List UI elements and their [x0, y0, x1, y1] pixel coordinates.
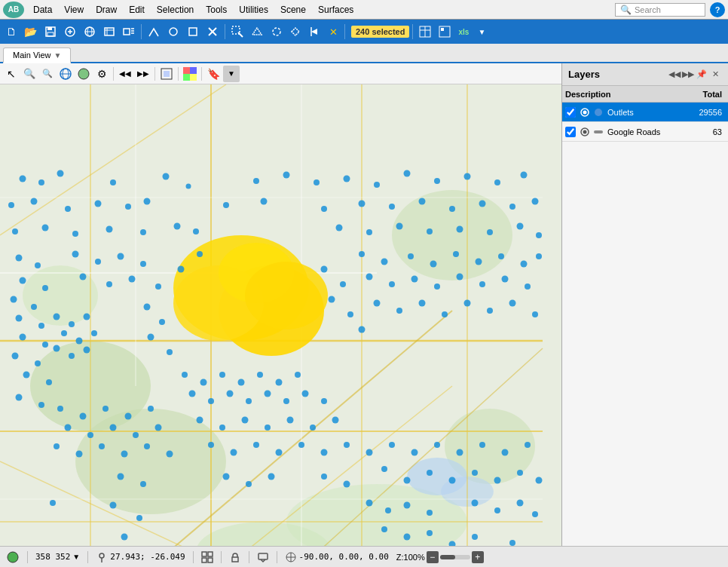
tab-close-icon[interactable]: ▼ [54, 51, 62, 60]
select-tool-3[interactable] [268, 22, 286, 41]
next-extent-btn[interactable]: ▶▶ [135, 66, 151, 82]
svg-point-120 [35, 262, 41, 268]
svg-point-215 [265, 391, 271, 397]
svg-point-195 [110, 424, 117, 431]
layers-panel: Layers ◀◀ ▶▶ 📌 ✕ Description Total Outle… [562, 63, 728, 546]
menu-edit[interactable]: Edit [123, 3, 151, 17]
layer-row-google-roads[interactable]: Google Roads 63 [562, 122, 728, 142]
svg-point-233 [366, 449, 373, 456]
arcgis-online-button[interactable] [81, 22, 99, 41]
layer-checkbox-outlets[interactable] [565, 107, 576, 118]
svg-point-235 [411, 449, 418, 456]
zoom-out-btn[interactable]: 🔍 [39, 66, 56, 82]
svg-point-95 [261, 198, 268, 205]
selection-badge: 240 selected [351, 26, 409, 38]
svg-point-113 [396, 223, 403, 230]
svg-point-242 [140, 481, 146, 487]
color-picker-btn[interactable] [182, 66, 198, 82]
catalog-button[interactable] [100, 22, 118, 41]
svg-point-117 [517, 223, 524, 230]
menu-selection[interactable]: Selection [151, 3, 200, 17]
svg-point-166 [434, 284, 440, 290]
map-canvas[interactable]: X Y Z 5km © Google [0, 84, 561, 546]
select-tool-2[interactable] [248, 22, 266, 41]
svg-point-22 [273, 28, 280, 35]
select-tool-1[interactable] [228, 22, 246, 41]
lock-item[interactable] [229, 551, 241, 563]
layer-checkbox-google-roads[interactable] [565, 127, 576, 137]
svg-point-163 [366, 274, 373, 280]
svg-point-119 [16, 255, 23, 262]
help-button[interactable]: ? [710, 2, 725, 17]
svg-point-144 [197, 251, 203, 257]
svg-point-201 [121, 451, 128, 458]
add-data-button[interactable] [61, 22, 79, 41]
prev-extent-btn[interactable]: ◀◀ [117, 66, 133, 82]
menu-data[interactable]: Data [27, 3, 58, 17]
dropdown-btn[interactable]: ▼ [473, 22, 490, 41]
svg-point-71 [245, 262, 328, 329]
table-tool-2[interactable] [436, 22, 454, 41]
menu-utilities[interactable]: Utilities [233, 3, 274, 17]
settings-btn[interactable]: ⚙ [93, 66, 110, 82]
svg-point-237 [457, 449, 463, 456]
map-panel: ↖ 🔍 🔍 ⚙ ◀◀ ▶▶ 🔖 ▼ [0, 63, 562, 546]
svg-point-254 [517, 470, 523, 476]
clear-selection[interactable]: ✕ [325, 22, 341, 41]
message-item[interactable] [257, 551, 269, 563]
menu-view[interactable]: View [58, 3, 90, 17]
draw-tool-4[interactable] [203, 22, 222, 41]
svg-point-181 [84, 314, 90, 320]
select-tool-5[interactable] [305, 22, 323, 41]
main-view-tab[interactable]: Main View ▼ [3, 48, 71, 63]
svg-point-219 [197, 417, 203, 424]
zoom-slider[interactable] [440, 555, 470, 559]
layers-panel-title: Layers [568, 69, 668, 80]
tile-dropdown[interactable]: ▼ [72, 553, 80, 561]
zoom-in-btn[interactable]: 🔍 [21, 66, 38, 82]
menu-dropdown-btn[interactable]: ▼ [223, 66, 240, 82]
bookmark-btn[interactable]: 🔖 [205, 66, 222, 82]
menu-surfaces[interactable]: Surfaces [312, 3, 359, 17]
globe-btn[interactable] [57, 66, 74, 82]
table-tool-1[interactable] [416, 22, 434, 41]
svg-point-285 [595, 109, 602, 116]
layer-row-outlets[interactable]: Outlets 29556 [562, 103, 728, 122]
draw-tool-3[interactable] [184, 22, 202, 41]
layers-pin[interactable]: 📌 [695, 68, 708, 81]
select-tool-4[interactable] [287, 22, 304, 41]
svg-point-87 [521, 172, 528, 179]
svg-point-248 [381, 466, 387, 472]
tile-coords: 358 352 [35, 552, 70, 562]
zoom-minus[interactable]: − [427, 551, 439, 563]
export-excel[interactable]: xls [455, 22, 472, 41]
save-button[interactable] [41, 22, 60, 41]
layers-collapse-right[interactable]: ▶▶ [681, 68, 695, 81]
svg-point-239 [502, 449, 509, 456]
svg-point-116 [487, 229, 493, 235]
menu-draw[interactable]: Draw [90, 3, 123, 17]
arrow-tool[interactable]: ↖ [3, 66, 20, 82]
map-toolbar-sep-4 [201, 67, 202, 81]
draw-tool-1[interactable] [145, 22, 163, 41]
layout-button[interactable] [120, 22, 138, 41]
draw-tool-2[interactable] [164, 22, 182, 41]
svg-point-79 [283, 172, 290, 179]
layers-close[interactable]: ✕ [708, 68, 722, 81]
status-globe[interactable] [6, 550, 20, 564]
search-box[interactable]: 🔍 Search [615, 3, 705, 17]
new-button[interactable]: 🗋 [3, 22, 20, 41]
svg-point-118 [536, 232, 542, 238]
svg-point-216 [283, 398, 289, 404]
zoom-plus[interactable]: + [472, 551, 484, 563]
full-extent-btn[interactable] [158, 66, 175, 82]
globe-fit-btn[interactable] [75, 66, 92, 82]
menu-scene[interactable]: Scene [274, 3, 312, 17]
open-button[interactable]: 📂 [21, 22, 40, 41]
grid-item[interactable] [201, 551, 213, 563]
svg-point-168 [479, 281, 485, 287]
layers-collapse-left[interactable]: ◀◀ [668, 68, 681, 81]
menu-tools[interactable]: Tools [200, 3, 233, 17]
svg-point-238 [479, 442, 485, 448]
layer-eye-icon-google-roads [579, 126, 591, 138]
